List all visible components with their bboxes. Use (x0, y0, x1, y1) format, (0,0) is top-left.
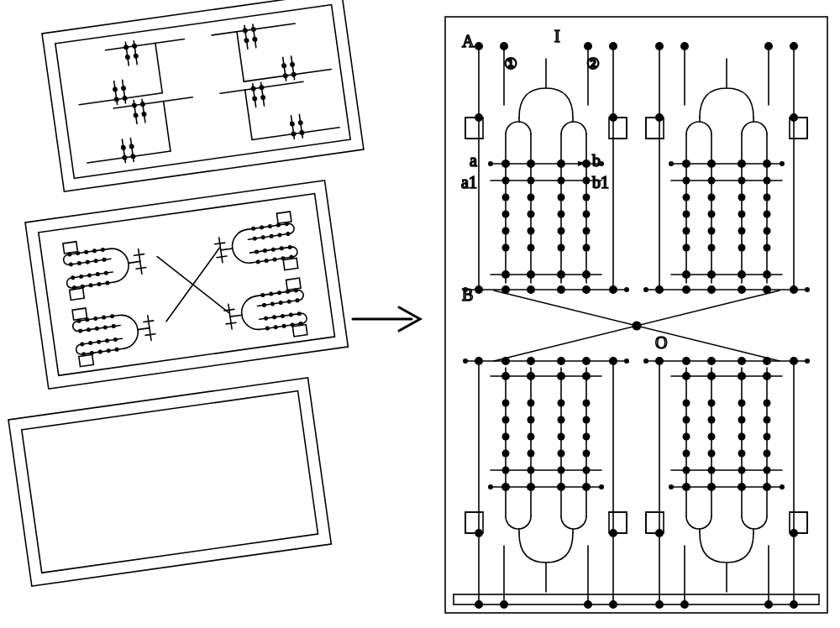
label-A: A (462, 32, 475, 50)
svg-line-31 (245, 90, 252, 139)
module-top-right (644, 43, 809, 293)
label-a1: a1 (461, 173, 477, 191)
svg-line-24 (164, 102, 171, 151)
svg-rect-3 (55, 5, 350, 179)
left-panel-middle (25, 181, 348, 389)
svg-rect-69 (445, 17, 827, 613)
label-one: ① (504, 55, 517, 72)
svg-line-65 (157, 248, 228, 322)
label-O: O (655, 333, 667, 352)
svg-line-17 (237, 32, 244, 81)
label-b1: b1 (592, 173, 609, 191)
label-I: I (554, 27, 560, 45)
right-panel: A I ① ② a b a1 b1 B O (445, 17, 827, 613)
module-top-left (464, 43, 628, 293)
module-bottom-right (644, 358, 809, 608)
left-panel-bottom (8, 378, 331, 586)
svg-line-4 (105, 39, 184, 50)
left-panel-top (42, 0, 364, 191)
label-b: b (592, 151, 601, 170)
svg-rect-70 (454, 594, 819, 604)
arrow-icon (353, 307, 420, 331)
cross-link (494, 290, 780, 361)
module-bottom-left (464, 358, 628, 608)
svg-line-10 (155, 43, 162, 92)
label-a: a (470, 151, 477, 170)
svg-line-19 (87, 151, 171, 163)
svg-rect-67 (22, 391, 318, 573)
svg-point-110 (633, 322, 641, 330)
diagram-root: A I ① ② a b a1 b1 B O (0, 0, 840, 628)
